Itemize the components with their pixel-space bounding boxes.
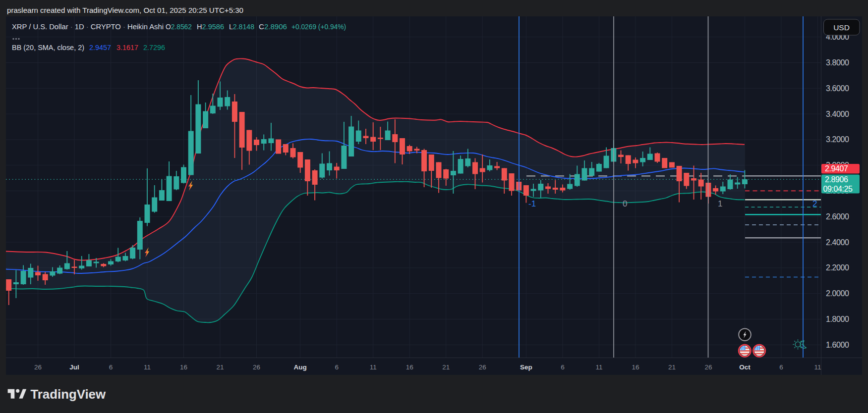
svg-text:2.2000: 2.2000 <box>826 263 849 272</box>
svg-text:-1: -1 <box>528 199 536 208</box>
svg-text:TradingView: TradingView <box>31 387 106 402</box>
svg-text:L2.8148: L2.8148 <box>229 22 254 31</box>
svg-text:11: 11 <box>814 363 821 371</box>
svg-text:Jul: Jul <box>69 363 79 371</box>
svg-text:Aug: Aug <box>294 363 307 371</box>
svg-text:6: 6 <box>109 363 113 371</box>
svg-text:3.8000: 3.8000 <box>826 58 849 67</box>
svg-text:2.9457: 2.9457 <box>89 43 111 52</box>
svg-text:16: 16 <box>180 363 187 371</box>
svg-text:3.2000: 3.2000 <box>826 135 849 144</box>
svg-text:26: 26 <box>253 363 260 371</box>
svg-text:O2.8562: O2.8562 <box>166 22 192 31</box>
svg-text:11: 11 <box>595 363 602 371</box>
svg-text:XRP / U.S. Dollar · 1D · CRYPT: XRP / U.S. Dollar · 1D · CRYPTO · Heikin… <box>12 22 164 31</box>
svg-text:26: 26 <box>479 363 486 371</box>
svg-text:2.4000: 2.4000 <box>826 238 849 247</box>
svg-text:2: 2 <box>812 199 817 208</box>
svg-text:11: 11 <box>144 363 151 371</box>
svg-text:21: 21 <box>442 363 450 371</box>
svg-text:Oct: Oct <box>739 363 751 371</box>
svg-text:1.6000: 1.6000 <box>826 341 849 349</box>
svg-text:3.1617: 3.1617 <box>116 43 138 52</box>
svg-text:0: 0 <box>623 199 627 208</box>
svg-text:09:04:25: 09:04:25 <box>823 185 853 193</box>
svg-text:2.7296: 2.7296 <box>143 43 165 52</box>
svg-text:+0.0269 (+0.94%): +0.0269 (+0.94%) <box>291 22 346 31</box>
svg-text:21: 21 <box>216 363 224 371</box>
svg-text:H2.9586: H2.9586 <box>197 22 224 31</box>
svg-text:2.0000: 2.0000 <box>826 289 849 298</box>
svg-text:2.9407: 2.9407 <box>825 164 848 173</box>
svg-text:1: 1 <box>718 199 722 208</box>
svg-text:6: 6 <box>335 363 339 371</box>
svg-text:praslearn created with Trading: praslearn created with TradingView.com, … <box>7 6 243 14</box>
svg-text:16: 16 <box>632 363 639 371</box>
svg-text:3.6000: 3.6000 <box>826 84 849 93</box>
svg-text:1.8000: 1.8000 <box>826 315 849 323</box>
svg-text:3.4000: 3.4000 <box>826 110 849 118</box>
svg-text:C2.8906: C2.8906 <box>259 22 287 31</box>
svg-text:6: 6 <box>779 363 783 371</box>
svg-text:6: 6 <box>561 363 565 371</box>
svg-text:11: 11 <box>370 363 377 371</box>
svg-text:BB (20, SMA, close, 2): BB (20, SMA, close, 2) <box>12 43 84 52</box>
svg-text:2.6000: 2.6000 <box>826 212 849 221</box>
svg-text:26: 26 <box>34 363 42 371</box>
svg-text:21: 21 <box>668 363 676 371</box>
svg-text:16: 16 <box>406 363 413 371</box>
svg-text:USD: USD <box>833 23 850 32</box>
svg-text:26: 26 <box>704 363 712 371</box>
svg-text:2.8906: 2.8906 <box>825 175 848 184</box>
svg-text:Sep: Sep <box>520 363 532 371</box>
